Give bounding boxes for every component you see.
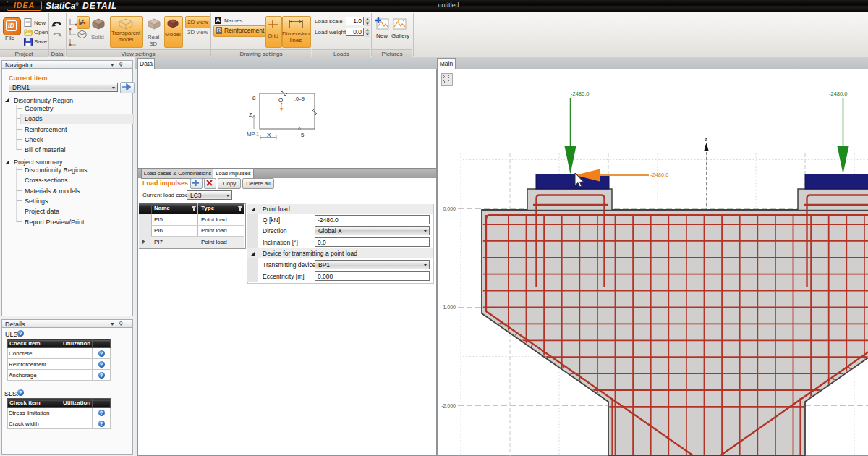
- svg-text:Q: Q: [278, 97, 283, 104]
- svg-text:5: 5: [301, 132, 305, 138]
- svg-text:,0=9: ,0=9: [294, 96, 305, 101]
- svg-text:8: 8: [252, 95, 256, 101]
- svg-text:-2480.0: -2480.0: [571, 90, 589, 97]
- svg-text:0.000: 0.000: [443, 206, 456, 211]
- svg-text:1: 1: [256, 131, 259, 138]
- svg-text:-2480.0: -2480.0: [829, 90, 847, 97]
- svg-text:-2480.0: -2480.0: [650, 172, 668, 178]
- svg-text:Z: Z: [249, 111, 252, 118]
- svg-text:-2.000: -2.000: [441, 403, 456, 408]
- svg-text:z: z: [705, 137, 707, 142]
- svg-text:-1.000: -1.000: [441, 305, 456, 310]
